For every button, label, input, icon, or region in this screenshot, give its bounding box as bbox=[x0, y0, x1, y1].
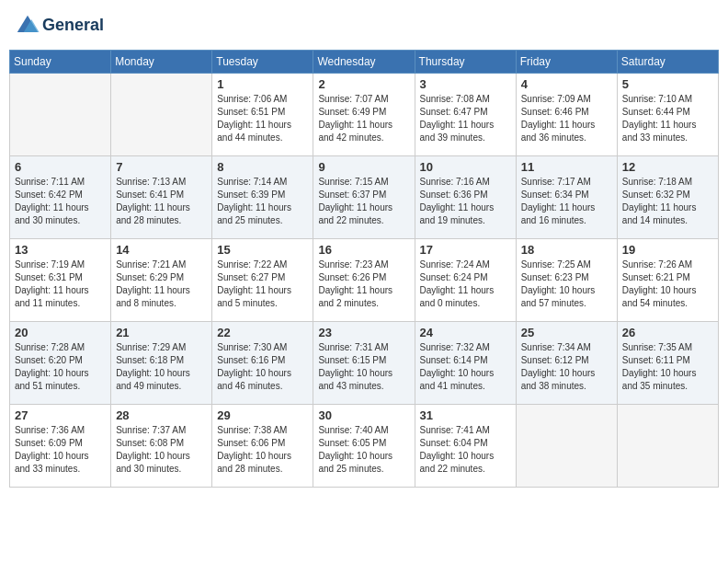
day-info: Sunrise: 7:23 AM Sunset: 6:26 PM Dayligh… bbox=[318, 259, 409, 310]
logo: General bbox=[15, 13, 104, 39]
day-number: 27 bbox=[15, 408, 106, 422]
day-info: Sunrise: 7:21 AM Sunset: 6:29 PM Dayligh… bbox=[116, 259, 207, 310]
day-info: Sunrise: 7:28 AM Sunset: 6:20 PM Dayligh… bbox=[15, 341, 106, 393]
day-info: Sunrise: 7:25 AM Sunset: 6:23 PM Dayligh… bbox=[521, 259, 612, 310]
page-header: General bbox=[9, 9, 719, 42]
day-info: Sunrise: 7:36 AM Sunset: 6:09 PM Dayligh… bbox=[15, 424, 106, 476]
day-info: Sunrise: 7:35 AM Sunset: 6:11 PM Dayligh… bbox=[622, 341, 713, 393]
day-number: 28 bbox=[116, 408, 207, 422]
calendar-cell bbox=[111, 74, 212, 156]
calendar-cell bbox=[516, 405, 617, 488]
calendar-cell bbox=[10, 74, 111, 156]
calendar-cell: 25Sunrise: 7:34 AM Sunset: 6:12 PM Dayli… bbox=[516, 322, 617, 405]
day-number: 18 bbox=[521, 243, 612, 257]
day-number: 15 bbox=[217, 243, 308, 257]
day-info: Sunrise: 7:17 AM Sunset: 6:34 PM Dayligh… bbox=[521, 176, 612, 227]
day-info: Sunrise: 7:19 AM Sunset: 6:31 PM Dayligh… bbox=[15, 259, 106, 310]
day-number: 7 bbox=[116, 160, 207, 174]
day-header-monday: Monday bbox=[111, 51, 212, 74]
day-number: 10 bbox=[420, 160, 511, 174]
day-number: 20 bbox=[15, 326, 106, 339]
day-number: 5 bbox=[622, 77, 713, 91]
day-number: 21 bbox=[116, 326, 207, 339]
day-info: Sunrise: 7:38 AM Sunset: 6:06 PM Dayligh… bbox=[217, 424, 308, 476]
day-number: 12 bbox=[622, 160, 713, 174]
day-info: Sunrise: 7:30 AM Sunset: 6:16 PM Dayligh… bbox=[217, 341, 308, 393]
calendar-cell: 5Sunrise: 7:10 AM Sunset: 6:44 PM Daylig… bbox=[617, 74, 718, 156]
day-info: Sunrise: 7:24 AM Sunset: 6:24 PM Dayligh… bbox=[420, 259, 511, 310]
day-number: 14 bbox=[116, 243, 207, 257]
day-number: 25 bbox=[521, 326, 612, 339]
day-number: 13 bbox=[15, 243, 106, 257]
day-number: 6 bbox=[15, 160, 106, 174]
day-info: Sunrise: 7:15 AM Sunset: 6:37 PM Dayligh… bbox=[318, 176, 409, 227]
calendar-cell: 4Sunrise: 7:09 AM Sunset: 6:46 PM Daylig… bbox=[516, 74, 617, 156]
calendar-cell: 10Sunrise: 7:16 AM Sunset: 6:36 PM Dayli… bbox=[415, 156, 516, 239]
calendar-cell: 16Sunrise: 7:23 AM Sunset: 6:26 PM Dayli… bbox=[313, 239, 415, 322]
calendar-cell: 27Sunrise: 7:36 AM Sunset: 6:09 PM Dayli… bbox=[10, 405, 111, 488]
day-number: 29 bbox=[217, 408, 308, 422]
calendar-cell: 28Sunrise: 7:37 AM Sunset: 6:08 PM Dayli… bbox=[111, 405, 212, 488]
day-number: 8 bbox=[217, 160, 308, 174]
day-number: 19 bbox=[622, 243, 713, 257]
day-header-tuesday: Tuesday bbox=[212, 51, 313, 74]
calendar-cell: 6Sunrise: 7:11 AM Sunset: 6:42 PM Daylig… bbox=[10, 156, 111, 239]
day-info: Sunrise: 7:22 AM Sunset: 6:27 PM Dayligh… bbox=[217, 259, 308, 310]
calendar-cell: 7Sunrise: 7:13 AM Sunset: 6:41 PM Daylig… bbox=[111, 156, 212, 239]
day-info: Sunrise: 7:09 AM Sunset: 6:46 PM Dayligh… bbox=[521, 93, 612, 144]
logo-text: General bbox=[42, 17, 104, 35]
calendar-cell: 29Sunrise: 7:38 AM Sunset: 6:06 PM Dayli… bbox=[212, 405, 313, 488]
calendar-cell: 22Sunrise: 7:30 AM Sunset: 6:16 PM Dayli… bbox=[212, 322, 313, 405]
day-header-thursday: Thursday bbox=[415, 51, 516, 74]
day-header-wednesday: Wednesday bbox=[313, 51, 415, 74]
day-info: Sunrise: 7:08 AM Sunset: 6:47 PM Dayligh… bbox=[420, 93, 511, 144]
day-header-saturday: Saturday bbox=[617, 51, 718, 74]
calendar-week-row: 6Sunrise: 7:11 AM Sunset: 6:42 PM Daylig… bbox=[10, 156, 719, 239]
calendar-cell bbox=[617, 405, 718, 488]
day-info: Sunrise: 7:29 AM Sunset: 6:18 PM Dayligh… bbox=[116, 341, 207, 393]
calendar-week-row: 20Sunrise: 7:28 AM Sunset: 6:20 PM Dayli… bbox=[10, 322, 719, 405]
calendar-cell: 24Sunrise: 7:32 AM Sunset: 6:14 PM Dayli… bbox=[415, 322, 516, 405]
day-number: 3 bbox=[420, 77, 511, 91]
day-number: 23 bbox=[318, 326, 409, 339]
day-info: Sunrise: 7:37 AM Sunset: 6:08 PM Dayligh… bbox=[116, 424, 207, 476]
calendar-cell: 13Sunrise: 7:19 AM Sunset: 6:31 PM Dayli… bbox=[10, 239, 111, 322]
calendar-cell: 30Sunrise: 7:40 AM Sunset: 6:05 PM Dayli… bbox=[313, 405, 415, 488]
calendar-cell: 11Sunrise: 7:17 AM Sunset: 6:34 PM Dayli… bbox=[516, 156, 617, 239]
calendar-cell: 1Sunrise: 7:06 AM Sunset: 6:51 PM Daylig… bbox=[212, 74, 313, 156]
day-number: 30 bbox=[318, 408, 409, 422]
day-number: 22 bbox=[217, 326, 308, 339]
calendar-cell: 2Sunrise: 7:07 AM Sunset: 6:49 PM Daylig… bbox=[313, 74, 415, 156]
day-info: Sunrise: 7:32 AM Sunset: 6:14 PM Dayligh… bbox=[420, 341, 511, 393]
calendar-cell: 26Sunrise: 7:35 AM Sunset: 6:11 PM Dayli… bbox=[617, 322, 718, 405]
calendar-cell: 8Sunrise: 7:14 AM Sunset: 6:39 PM Daylig… bbox=[212, 156, 313, 239]
day-info: Sunrise: 7:18 AM Sunset: 6:32 PM Dayligh… bbox=[622, 176, 713, 227]
calendar-cell: 31Sunrise: 7:41 AM Sunset: 6:04 PM Dayli… bbox=[415, 405, 516, 488]
day-info: Sunrise: 7:07 AM Sunset: 6:49 PM Dayligh… bbox=[318, 93, 409, 144]
calendar-cell: 19Sunrise: 7:26 AM Sunset: 6:21 PM Dayli… bbox=[617, 239, 718, 322]
calendar-week-row: 13Sunrise: 7:19 AM Sunset: 6:31 PM Dayli… bbox=[10, 239, 719, 322]
calendar-cell: 9Sunrise: 7:15 AM Sunset: 6:37 PM Daylig… bbox=[313, 156, 415, 239]
calendar-cell: 12Sunrise: 7:18 AM Sunset: 6:32 PM Dayli… bbox=[617, 156, 718, 239]
day-info: Sunrise: 7:34 AM Sunset: 6:12 PM Dayligh… bbox=[521, 341, 612, 393]
day-number: 24 bbox=[420, 326, 511, 339]
day-info: Sunrise: 7:06 AM Sunset: 6:51 PM Dayligh… bbox=[217, 93, 308, 144]
day-number: 31 bbox=[420, 408, 511, 422]
calendar-cell: 3Sunrise: 7:08 AM Sunset: 6:47 PM Daylig… bbox=[415, 74, 516, 156]
calendar-table: SundayMondayTuesdayWednesdayThursdayFrid… bbox=[9, 50, 719, 488]
calendar-cell: 14Sunrise: 7:21 AM Sunset: 6:29 PM Dayli… bbox=[111, 239, 212, 322]
day-info: Sunrise: 7:16 AM Sunset: 6:36 PM Dayligh… bbox=[420, 176, 511, 227]
calendar-header-row: SundayMondayTuesdayWednesdayThursdayFrid… bbox=[10, 51, 719, 74]
logo-icon bbox=[15, 13, 40, 39]
day-number: 9 bbox=[318, 160, 409, 174]
day-info: Sunrise: 7:40 AM Sunset: 6:05 PM Dayligh… bbox=[318, 424, 409, 476]
calendar-cell: 20Sunrise: 7:28 AM Sunset: 6:20 PM Dayli… bbox=[10, 322, 111, 405]
day-number: 16 bbox=[318, 243, 409, 257]
calendar-cell: 18Sunrise: 7:25 AM Sunset: 6:23 PM Dayli… bbox=[516, 239, 617, 322]
day-info: Sunrise: 7:10 AM Sunset: 6:44 PM Dayligh… bbox=[622, 93, 713, 144]
day-header-friday: Friday bbox=[516, 51, 617, 74]
day-info: Sunrise: 7:41 AM Sunset: 6:04 PM Dayligh… bbox=[420, 424, 511, 476]
day-info: Sunrise: 7:14 AM Sunset: 6:39 PM Dayligh… bbox=[217, 176, 308, 227]
calendar-cell: 15Sunrise: 7:22 AM Sunset: 6:27 PM Dayli… bbox=[212, 239, 313, 322]
day-number: 26 bbox=[622, 326, 713, 339]
